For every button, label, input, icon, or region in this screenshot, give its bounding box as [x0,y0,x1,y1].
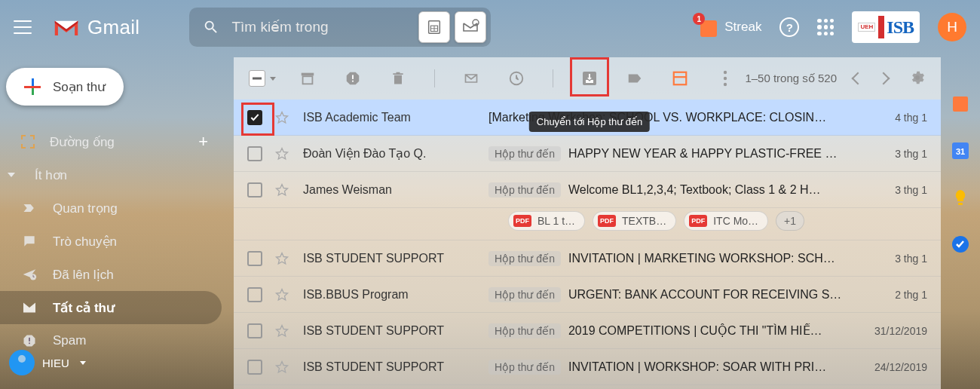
more-button[interactable] [716,69,734,87]
svg-rect-10 [303,76,313,84]
select-checkbox[interactable] [249,70,265,87]
mailtrack-extension-icon[interactable] [455,11,486,43]
subject: 2019 COMPETITIONS | CUỘC THI "TÌM HIỂ… [568,323,847,338]
apps-grid-icon[interactable] [817,19,834,35]
email-list: ISB Academic Team [Marketing Workshop: S… [234,100,941,385]
inbox-label: Hộp thư đến [488,251,561,266]
row-checkbox[interactable] [247,323,262,338]
svg-rect-13 [352,81,354,82]
sender: ISB STUDENT SUPPORT [303,360,488,374]
older-button[interactable] [877,72,890,85]
date: 2 thg 1 [859,289,927,301]
pager-text: 1–50 trong số 520 [745,72,837,85]
pipeline-icon [21,135,35,149]
star-button[interactable] [274,182,289,198]
star-button[interactable] [274,360,289,375]
nav-item-spam[interactable]: Spam [0,324,222,357]
email-row[interactable]: ISB STUDENT SUPPORT Hộp thư đến 2019 COM… [234,313,941,349]
sender: James Weisman [303,183,488,197]
date: 3 thg 1 [859,148,927,160]
date: 3 thg 1 [859,253,927,265]
svg-rect-9 [302,73,314,76]
subject: URGENT: BANK ACCOUNT FOR RECEIVING S… [568,288,847,302]
nav-item-scheduled[interactable]: Đã lên lịch [0,258,222,291]
svg-point-20 [724,83,727,86]
tooltip: Chuyển tới Hộp thư đến [529,112,650,132]
inbox-label: Hộp thư đến [488,182,561,198]
attachment-chip[interactable]: PDFTEXTB… [593,211,676,231]
svg-rect-12 [352,75,354,79]
streak-panel-icon[interactable] [950,93,971,115]
newer-button[interactable] [852,72,865,85]
settings-button[interactable] [909,69,926,88]
row-checkbox[interactable] [247,182,262,198]
email-row[interactable]: James Weisman Hộp thư đến Welcome BL1,2,… [234,172,941,208]
nav-item-chats[interactable]: Trò chuyện [0,225,222,258]
spam-icon [21,332,38,349]
streak-icon: 1 [697,17,717,37]
inbox-label: Hộp thư đến [488,360,561,375]
main-menu-icon[interactable] [14,18,32,36]
row-checkbox[interactable] [247,360,262,375]
gmail-logo[interactable]: Gmail [53,16,139,39]
row-checkbox[interactable] [247,146,262,161]
nav-pipeline[interactable]: Đường ống + [0,125,222,158]
delete-button[interactable] [389,69,407,87]
attachment-more[interactable]: +1 [776,211,804,231]
select-caret-icon[interactable] [270,77,276,81]
inbox-label: Hộp thư đến [488,323,561,338]
inbox-label: Hộp thư đến [488,146,561,161]
streak-toolbar-button[interactable] [671,69,689,87]
labels-button[interactable] [626,69,644,87]
attachment-chip[interactable]: PDFITC Mo… [684,211,768,231]
search-input[interactable] [231,19,435,35]
app-header: Gmail 1 Streak ? UEH ISB H [0,0,980,54]
mail-pane: Chuyển tới Hộp thư đến 1–50 trong số 520… [234,57,941,389]
help-icon[interactable]: ? [779,17,799,37]
chevron-down-icon [80,361,86,365]
svg-rect-7 [29,338,30,342]
date: 31/12/2019 [859,325,927,337]
row-checkbox[interactable] [247,251,262,266]
right-side-panel: 31 [941,57,980,389]
streak-extension[interactable]: 1 Streak [697,17,761,37]
nav-item-allmail[interactable]: Tất cả thư [0,291,222,324]
archive-button[interactable] [299,69,317,87]
row-checkbox[interactable] [247,110,262,125]
star-button[interactable] [274,323,289,338]
tasks-panel-icon[interactable] [950,234,971,255]
email-row[interactable]: ISB STUDENT SUPPORT Hộp thư đến INVITATI… [234,349,941,385]
row-checkbox[interactable] [247,287,262,302]
email-row[interactable]: ISB STUDENT SUPPORT Hộp thư đến INVITATI… [234,240,941,277]
report-spam-button[interactable] [344,69,362,87]
inbox-label: Hộp thư đến [488,287,561,302]
star-button[interactable] [274,287,289,302]
subject: HAPPY NEW YEAR & HAPPY PLASTIC-FREE … [568,147,847,161]
calendar-panel-icon[interactable]: 31 [950,140,971,161]
date: 4 thg 1 [859,112,927,124]
nav-less-toggle[interactable]: Ít hơn [0,158,222,191]
sheets-extension-icon[interactable] [418,11,450,43]
keep-panel-icon[interactable] [950,187,971,208]
snooze-button[interactable] [507,69,525,87]
star-button[interactable] [274,146,289,161]
star-button[interactable] [274,110,289,125]
date: 24/12/2019 [859,361,927,373]
email-row[interactable]: Đoàn Viện Đào Tạo Q. Hộp thư đến HAPPY N… [234,136,941,172]
svg-point-18 [724,71,727,74]
sender: ISB STUDENT SUPPORT [303,252,488,265]
svg-point-19 [724,77,727,80]
add-pipeline-icon[interactable]: + [198,132,208,152]
search-bar[interactable] [189,8,491,47]
attachment-row: PDFBL 1 t…PDFTEXTB…PDFITC Mo…+1 [234,208,941,240]
star-button[interactable] [274,251,289,266]
important-icon [21,200,38,216]
compose-button[interactable]: Soạn thư [6,68,124,106]
attachment-chip[interactable]: PDFBL 1 t… [508,211,585,231]
mark-read-button[interactable] [462,69,480,87]
chevron-down-icon [8,173,15,177]
nav-item-important[interactable]: Quan trọng [0,191,222,225]
move-to-inbox-button[interactable]: Chuyển tới Hộp thư đến [580,69,599,87]
email-row[interactable]: ISB.BBUS Program Hộp thư đến URGENT: BAN… [234,277,941,313]
account-avatar[interactable]: H [938,13,966,41]
